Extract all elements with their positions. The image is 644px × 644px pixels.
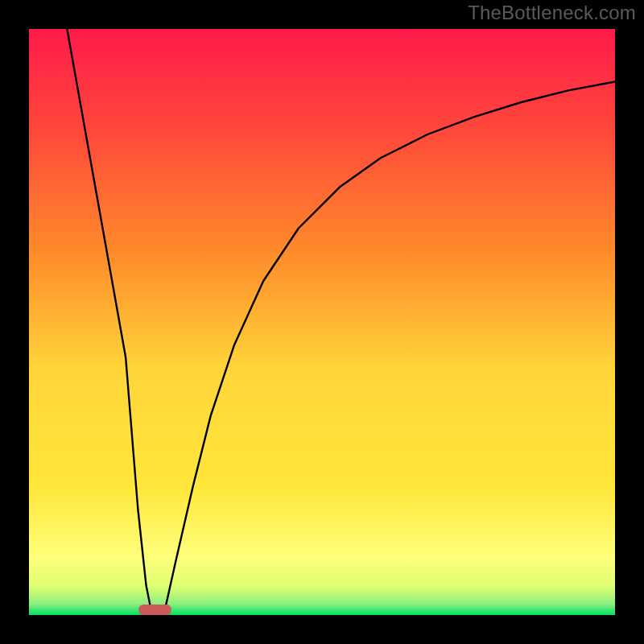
plot-area — [29, 29, 615, 615]
valley-marker — [138, 605, 171, 615]
chart-frame: TheBottleneck.com — [0, 0, 644, 644]
watermark-label: TheBottleneck.com — [468, 2, 636, 24]
svg-rect-0 — [29, 29, 615, 615]
chart-svg — [0, 0, 644, 644]
